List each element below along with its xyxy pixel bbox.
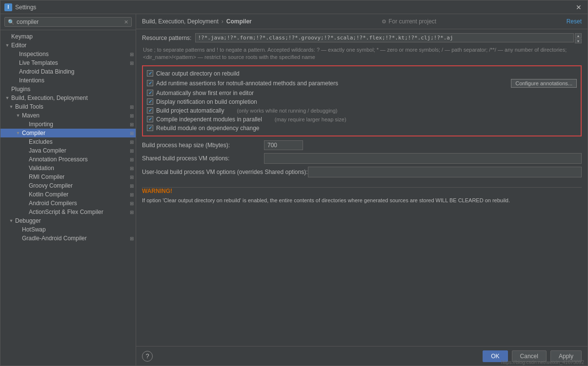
arrow-icon: [22, 174, 28, 180]
resource-patterns-input[interactable]: [195, 33, 574, 42]
project-label: For current project: [388, 18, 436, 25]
config-icon: ⊞: [130, 122, 134, 127]
sidebar-item-label: Keymap: [11, 33, 33, 40]
shared-vm-input[interactable]: [264, 153, 582, 164]
sidebar-item-importing[interactable]: Importing ⊞: [0, 120, 136, 129]
window-title: Settings: [15, 4, 574, 11]
gear-icon: ⚙: [382, 19, 386, 25]
sidebar-item-label: Android Compilers: [29, 200, 77, 207]
build-auto-note: (only works while not running / debuggin…: [237, 108, 337, 114]
config-icon: ⊞: [130, 192, 134, 197]
arrow-icon: [12, 69, 18, 75]
sidebar-item-kotlin-compiler[interactable]: Kotlin Compiler ⊞: [0, 190, 136, 199]
sidebar-item-validation[interactable]: Validation ⊞: [0, 164, 136, 173]
sidebar-item-debugger[interactable]: ▼ Debugger: [0, 216, 136, 225]
show-first-error-checkbox[interactable]: [147, 90, 153, 96]
sidebar-item-live-templates[interactable]: Live Templates ⊞: [0, 58, 136, 67]
display-notification-checkbox[interactable]: [147, 98, 153, 105]
form-section: Build process heap size (Mbytes): Shared…: [142, 140, 582, 177]
sidebar-item-inspections[interactable]: Inspections ⊞: [0, 50, 136, 58]
sidebar-item-keymap[interactable]: Keymap: [0, 32, 136, 41]
arrow-icon: [15, 227, 21, 232]
configure-annotations-button[interactable]: Configure annotations...: [511, 79, 577, 88]
arrow-icon: ▼: [8, 104, 14, 110]
arrow-icon: [22, 139, 28, 145]
sidebar-item-groovy-compiler[interactable]: Groovy Compiler ⊞: [0, 181, 136, 190]
sidebar-item-java-compiler[interactable]: Java Compiler ⊞: [0, 146, 136, 155]
scroll-up-button[interactable]: ▲: [575, 33, 582, 38]
arrow-icon: [15, 235, 21, 241]
option-clear-output: Clear output directory on rebuild: [147, 70, 577, 77]
sidebar-item-label: Live Templates: [19, 59, 58, 66]
heap-size-row: Build process heap size (Mbytes):: [142, 140, 582, 150]
arrow-icon: [22, 183, 28, 189]
arrow-icon: [22, 121, 28, 127]
config-icon: ⊞: [130, 201, 134, 206]
compile-parallel-checkbox[interactable]: [147, 116, 153, 122]
sidebar-item-android-compilers[interactable]: Android Compilers ⊞: [0, 199, 136, 208]
search-clear-icon[interactable]: ✕: [124, 19, 128, 25]
scroll-down-button[interactable]: ▼: [575, 39, 582, 43]
user-local-vm-input[interactable]: [308, 167, 582, 177]
sidebar-item-android-data-binding[interactable]: Android Data Binding: [0, 67, 136, 76]
sidebar-item-label: Plugins: [11, 86, 30, 93]
warning-text: If option 'Clear output directory on reb…: [142, 196, 582, 205]
add-assertions-checkbox[interactable]: [147, 80, 153, 86]
sidebar-item-label: Android Data Binding: [19, 68, 74, 75]
rebuild-dependency-checkbox[interactable]: [147, 125, 153, 131]
arrow-icon: [12, 77, 18, 83]
close-button[interactable]: ✕: [574, 2, 584, 12]
sidebar-item-gradle-android[interactable]: Gradle-Android Compiler ⊞: [0, 234, 136, 243]
sidebar-item-label: Validation: [29, 165, 54, 172]
sidebar-item-editor[interactable]: ▼ Editor: [0, 41, 136, 50]
sidebar-item-actionscript-flex[interactable]: ActionScript & Flex Compiler ⊞: [0, 208, 136, 216]
sidebar-item-maven[interactable]: ▼ Maven ⊞: [0, 111, 136, 120]
build-auto-checkbox[interactable]: [147, 107, 153, 114]
sidebar-item-rmi-compiler[interactable]: RMI Compiler ⊞: [0, 173, 136, 181]
arrow-icon: ▼: [4, 95, 10, 101]
arrow-icon: [22, 156, 28, 162]
warning-title: WARNING!: [142, 188, 582, 194]
heap-size-input[interactable]: [264, 140, 303, 150]
arrow-icon: [12, 51, 18, 57]
resource-patterns-row: Resource patterns: ▲ ▼: [142, 33, 582, 43]
config-icon: ⊞: [130, 157, 134, 162]
sidebar-item-label: Gradle-Android Compiler: [22, 235, 87, 242]
breadcrumb-separator: ›: [222, 18, 223, 25]
search-wrap: 🔍 ✕: [4, 17, 132, 27]
config-icon: ⊞: [130, 113, 134, 118]
sidebar-item-label: Maven: [22, 112, 40, 119]
display-notification-label: Display notification on build completion: [156, 98, 257, 105]
sidebar-item-label: Groovy Compiler: [29, 182, 73, 189]
help-button[interactable]: ?: [142, 351, 153, 362]
heap-size-label: Build process heap size (Mbytes):: [142, 142, 264, 149]
clear-output-label: Clear output directory on rebuild: [156, 70, 240, 77]
sidebar-item-build-exec-deploy[interactable]: ▼ Build, Execution, Deployment: [0, 94, 136, 102]
arrow-icon: ▼: [8, 218, 14, 224]
arrow-icon: [12, 60, 18, 66]
arrow-icon: [22, 148, 28, 154]
settings-window: I Settings ✕ 🔍 ✕ Keymap ▼: [0, 0, 588, 366]
sidebar-item-plugins[interactable]: Plugins: [0, 85, 136, 94]
sidebar-item-hotswap[interactable]: HotSwap: [0, 225, 136, 234]
sidebar-item-compiler[interactable]: ▼ Compiler ⊞: [0, 129, 136, 137]
clear-output-checkbox[interactable]: [147, 70, 153, 77]
sidebar-item-label: Debugger: [15, 217, 41, 224]
config-icon: ⊞: [130, 210, 134, 215]
config-icon: ⊞: [130, 166, 134, 171]
project-scope: ⚙ For current project: [382, 18, 436, 25]
main-content: 🔍 ✕ Keymap ▼ Editor: [0, 14, 588, 366]
user-local-vm-label: User-local build process VM options (ove…: [142, 169, 308, 175]
search-input[interactable]: [17, 19, 124, 25]
app-icon: I: [4, 3, 12, 11]
sidebar-item-annotation-processors[interactable]: Annotation Processors ⊞: [0, 155, 136, 164]
sidebar: 🔍 ✕ Keymap ▼ Editor: [0, 14, 136, 366]
sidebar-item-excludes[interactable]: Excludes ⊞: [0, 137, 136, 146]
sidebar-item-build-tools[interactable]: ▼ Build Tools ⊞: [0, 102, 136, 111]
sidebar-tree: Keymap ▼ Editor Inspections ⊞ Live Templ…: [0, 30, 136, 366]
sidebar-item-intentions[interactable]: Intentions: [0, 76, 136, 85]
arrow-icon: [22, 209, 28, 215]
reset-link[interactable]: Reset: [567, 18, 582, 25]
sidebar-item-label: Excludes: [29, 138, 53, 145]
config-icon: ⊞: [130, 148, 134, 154]
